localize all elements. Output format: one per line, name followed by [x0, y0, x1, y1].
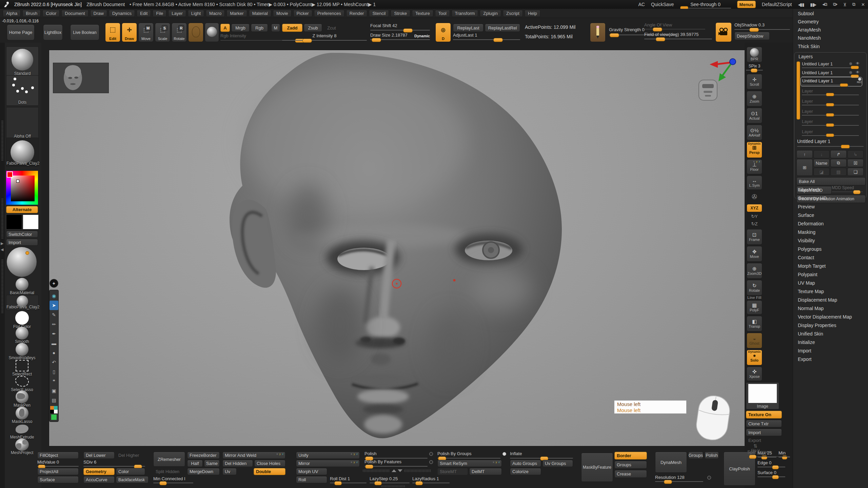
brush-tool-item[interactable]: MaskPen: [6, 390, 38, 408]
panel-collapse-left-icon[interactable]: ◀: [1, 247, 3, 252]
current-texture-item[interactable]: FabioPaiva_Clay2: [6, 138, 38, 167]
current-brush-item[interactable]: Standard: [6, 46, 38, 77]
brush-tool-item[interactable]: MeshProject: [6, 439, 38, 455]
menu-brush[interactable]: Brush: [22, 10, 41, 17]
z-intensity-slider[interactable]: Z Intensity 8: [282, 33, 367, 38]
palette-item-contact[interactable]: Contact: [798, 255, 814, 260]
secondary-color-swatch[interactable]: [23, 215, 39, 229]
uv-groups-button[interactable]: Uv Groups: [542, 460, 573, 467]
angle-of-view-slider[interactable]: Angle Of View: [644, 22, 705, 27]
double-button[interactable]: Double: [254, 468, 285, 475]
layer-name-button[interactable]: Name: [813, 159, 830, 167]
undo-icon[interactable]: ↶: [50, 358, 58, 367]
layer-down-button[interactable]: ↓: [813, 150, 830, 158]
gravity-strength-handle[interactable]: [610, 33, 619, 37]
merge-down-button[interactable]: MergeDown: [187, 468, 220, 475]
palette-item-vectordisplacement[interactable]: Vector Displacement Map: [798, 314, 852, 320]
crease-toggle-button[interactable]: Crease: [614, 470, 647, 478]
layers-section-title[interactable]: Layers: [798, 54, 813, 59]
surface-slider[interactable]: Surface 0: [757, 470, 785, 475]
spix-handle[interactable]: [751, 68, 757, 73]
xyz-rotation-button[interactable]: XYZ: [747, 204, 762, 212]
z-intensity-handle[interactable]: [302, 39, 312, 43]
menu-stroke[interactable]: Stroke: [391, 10, 410, 17]
smart-resym-button[interactable]: Smart ReSym x y z: [437, 460, 502, 467]
camera-head-widget[interactable]: [699, 80, 717, 100]
document-thumbnail[interactable]: [53, 63, 109, 93]
resolution-handle[interactable]: [664, 480, 672, 484]
solo-button[interactable]: Dynamic ●Solo: [747, 350, 762, 365]
auto-groups-button[interactable]: Auto Groups: [510, 460, 541, 467]
menu-marker[interactable]: Marker: [226, 10, 247, 17]
del-hidden-button[interactable]: Del Hidden: [222, 460, 253, 467]
edge-handle[interactable]: [772, 465, 779, 469]
polish-by-groups-toggle[interactable]: [502, 452, 506, 456]
menu-alpha[interactable]: Alpha: [3, 10, 21, 17]
brush-tool-item[interactable]: Smooth: [6, 327, 38, 344]
border-toggle-button[interactable]: Border: [614, 452, 647, 460]
store-mt-button[interactable]: StoreMT: [437, 468, 468, 475]
layer-up-button[interactable]: ↑: [796, 150, 813, 158]
polish-by-groups-slider[interactable]: Polish By Groups: [437, 451, 500, 456]
menu-dynamics[interactable]: Dynamics: [109, 10, 135, 17]
draw-button[interactable]: ✛ Draw: [122, 23, 137, 42]
roll-dist-handle[interactable]: [334, 481, 342, 485]
axis-gizmo[interactable]: [710, 59, 736, 81]
new-layer-button[interactable]: ⊞: [796, 159, 813, 176]
mid-value-slider[interactable]: MidValue 0: [37, 460, 79, 465]
layer-intensity-handle[interactable]: [826, 93, 834, 96]
focal-shift-slider[interactable]: Focal Shift 42: [370, 23, 430, 28]
invert-layer-button[interactable]: ❏: [847, 168, 864, 176]
menu-zscript[interactable]: Zscript: [503, 10, 523, 17]
local-symmetry-button[interactable]: ↔L.Sym: [747, 176, 762, 190]
brush-tool-item[interactable]: MeshExtrude: [6, 423, 38, 440]
clone-texture-button[interactable]: Clone Txtr: [746, 420, 782, 427]
image-icon[interactable]: ▣: [50, 386, 58, 395]
camera-lock-button[interactable]: ✇: [747, 190, 762, 203]
zcut-button[interactable]: Zcut: [324, 24, 339, 32]
menu-color[interactable]: Color: [42, 10, 60, 17]
project-all-button[interactable]: ProjectAll: [37, 468, 79, 475]
roll-dist-slider[interactable]: Roll Dist 1: [330, 476, 367, 481]
zsub-button[interactable]: Zsub: [304, 24, 322, 32]
accu-curve-button[interactable]: AccuCurve: [83, 476, 115, 483]
menu-texture[interactable]: Texture: [412, 10, 433, 17]
gravity-button[interactable]: [590, 23, 606, 42]
min-connected-handle[interactable]: [159, 481, 167, 485]
move-button[interactable]: M ⬚ Move: [138, 23, 154, 42]
polish-by-features-slider[interactable]: Polish By Features: [364, 459, 428, 464]
layer-mode-dot[interactable]: [849, 71, 852, 74]
rotate-3d-button[interactable]: ↻Rotate: [747, 280, 762, 296]
zadd-button[interactable]: Zadd: [282, 24, 302, 32]
colorize-button[interactable]: Colorize: [510, 468, 541, 475]
unify-button[interactable]: Unify x y z: [296, 452, 360, 459]
layer-eye-icon[interactable]: 👁: [856, 70, 860, 74]
layer-intensity-handle[interactable]: [826, 123, 834, 127]
scroll-doc-button[interactable]: ✛Scroll: [747, 74, 762, 89]
layer-redo-all-button[interactable]: ↳: [847, 150, 864, 158]
menu-file[interactable]: File: [153, 10, 166, 17]
tray-drag-handle[interactable]: [404, 469, 431, 472]
divider-left-icon[interactable]: ◂▮▮: [798, 2, 804, 7]
palette-item-geometry[interactable]: Geometry: [798, 19, 818, 24]
bpr-render-button[interactable]: BPR: [747, 47, 762, 62]
layer-eye-icon[interactable]: 👁: [856, 61, 860, 65]
alternate-button[interactable]: Alternate: [6, 206, 38, 213]
line-tool-icon[interactable]: ▬: [50, 339, 58, 348]
deep-shadow-button[interactable]: DeepShadow: [734, 32, 770, 40]
del-higher-button[interactable]: Del Higher: [116, 452, 145, 459]
palette-item-thickskin[interactable]: Thick Skin: [798, 44, 820, 49]
rgb-button[interactable]: Rgb: [251, 24, 268, 32]
palette-item-morphtarget[interactable]: Morph Target: [798, 263, 826, 269]
edit-button[interactable]: Edit: [105, 23, 120, 42]
mask-by-feature-button[interactable]: MaskByFeature: [581, 453, 613, 482]
fill-object-button[interactable]: FillObject: [37, 452, 79, 459]
green-swatch[interactable]: [51, 414, 57, 420]
lazy-radius-handle[interactable]: [415, 481, 423, 485]
layers-scrollbar[interactable]: [796, 61, 800, 120]
color-picker[interactable]: [6, 171, 38, 205]
menu-edit[interactable]: Edit: [137, 10, 151, 17]
delete-layer-button[interactable]: ☒: [847, 159, 864, 167]
dot-tool-icon[interactable]: ●: [50, 348, 58, 358]
close-icon[interactable]: ✕: [861, 2, 865, 7]
